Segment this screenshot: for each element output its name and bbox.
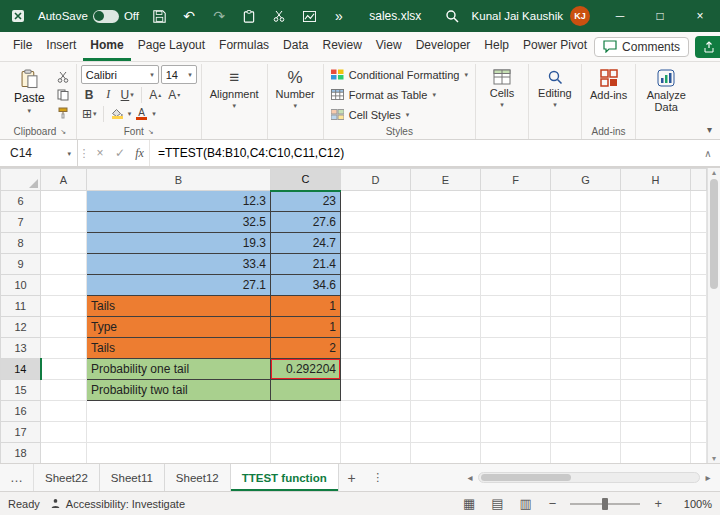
cell-G14[interactable] (551, 359, 621, 380)
cell-F6[interactable] (481, 191, 551, 212)
bold-button[interactable]: B (81, 86, 98, 103)
app-icon[interactable] (8, 6, 28, 26)
cell-G10[interactable] (551, 275, 621, 296)
cell-F17[interactable] (481, 422, 551, 443)
cell-F13[interactable] (481, 338, 551, 359)
cell-D12[interactable] (341, 317, 411, 338)
cell-D11[interactable] (341, 296, 411, 317)
row-header-7[interactable]: 7 (1, 212, 41, 233)
tab-insert[interactable]: Insert (39, 32, 83, 61)
cell-F9[interactable] (481, 254, 551, 275)
row-header-14[interactable]: 14 (1, 359, 41, 380)
cell-E18[interactable] (411, 443, 481, 464)
cells-button[interactable]: Cells ▾ (480, 65, 524, 109)
alignment-button[interactable]: ≡ Alignment ▾ (206, 65, 263, 110)
save-icon[interactable] (149, 6, 169, 26)
collapse-ribbon-icon[interactable]: ▾ (707, 124, 712, 135)
cell-H15[interactable] (621, 380, 691, 401)
share-button[interactable] (695, 36, 720, 58)
cell-D7[interactable] (341, 212, 411, 233)
row-header-18[interactable]: 18 (1, 443, 41, 464)
row-header-8[interactable]: 8 (1, 233, 41, 254)
cell-B11[interactable]: Tails (87, 296, 271, 317)
column-header-D[interactable]: D (341, 169, 411, 191)
cell-G18[interactable] (551, 443, 621, 464)
cell-B9[interactable]: 33.4 (87, 254, 271, 275)
sheet-tab-sheet22[interactable]: Sheet22 (34, 464, 100, 491)
cell-G8[interactable] (551, 233, 621, 254)
column-header-G[interactable]: G (551, 169, 621, 191)
cell-E6[interactable] (411, 191, 481, 212)
cell-H18[interactable] (621, 443, 691, 464)
cell-F16[interactable] (481, 401, 551, 422)
cell-E12[interactable] (411, 317, 481, 338)
cell-A12[interactable] (41, 317, 87, 338)
vertical-scrollbar[interactable]: ▴ ▾ (707, 168, 720, 463)
cell-A10[interactable] (41, 275, 87, 296)
name-box[interactable]: C14 ▾ (0, 140, 78, 166)
cell-E15[interactable] (411, 380, 481, 401)
cell-F15[interactable] (481, 380, 551, 401)
cell-C12[interactable]: 1 (271, 317, 341, 338)
autosave-toggle[interactable]: AutoSave Off (38, 10, 139, 23)
format-as-table-button[interactable]: Format as Table ▾ (328, 85, 439, 104)
row-header-13[interactable]: 13 (1, 338, 41, 359)
scroll-down-icon[interactable]: ▾ (712, 454, 716, 463)
cell-D16[interactable] (341, 401, 411, 422)
cell-B12[interactable]: Type (87, 317, 271, 338)
cell-C18[interactable] (271, 443, 341, 464)
cell-H7[interactable] (621, 212, 691, 233)
page-break-view-button[interactable]: ▥ (517, 496, 535, 511)
cell-A8[interactable] (41, 233, 87, 254)
cell-C15[interactable] (271, 380, 341, 401)
borders-button[interactable]: ⊞▾ (81, 105, 98, 122)
sheet-tab-sheet11[interactable]: Sheet11 (100, 464, 165, 491)
search-icon[interactable] (442, 6, 462, 26)
horizontal-scrollbar[interactable]: ◂ ▸ (458, 464, 720, 491)
row-header-9[interactable]: 9 (1, 254, 41, 275)
cell-H6[interactable] (621, 191, 691, 212)
cell-B7[interactable]: 32.5 (87, 212, 271, 233)
cell-H14[interactable] (621, 359, 691, 380)
row-header-6[interactable]: 6 (1, 191, 41, 212)
cell-A14[interactable] (41, 359, 87, 380)
sheet-options-button[interactable]: ⋮ (365, 464, 391, 491)
cell-H13[interactable] (621, 338, 691, 359)
cell-F14[interactable] (481, 359, 551, 380)
cell-G17[interactable] (551, 422, 621, 443)
cell-D14[interactable] (341, 359, 411, 380)
tab-view[interactable]: View (369, 32, 409, 61)
column-header-F[interactable]: F (481, 169, 551, 191)
cell-G16[interactable] (551, 401, 621, 422)
select-all-corner[interactable] (1, 169, 41, 191)
cell-F8[interactable] (481, 233, 551, 254)
cell-C13[interactable]: 2 (271, 338, 341, 359)
cell-H9[interactable] (621, 254, 691, 275)
copy-button[interactable] (54, 87, 72, 102)
cut-icon[interactable] (269, 6, 289, 26)
name-box-splitter[interactable]: ⋮ (78, 140, 90, 166)
zoom-out-button[interactable]: − (545, 496, 561, 511)
paste-button[interactable]: Paste ▾ (8, 65, 51, 115)
cell-A9[interactable] (41, 254, 87, 275)
horizontal-scrollbar-thumb[interactable] (481, 474, 571, 481)
row-header-16[interactable]: 16 (1, 401, 41, 422)
cell-B16[interactable] (87, 401, 271, 422)
normal-view-button[interactable]: ▦ (460, 496, 478, 511)
cell-B18[interactable] (87, 443, 271, 464)
row-header-15[interactable]: 15 (1, 380, 41, 401)
tab-formulas[interactable]: Formulas (212, 32, 276, 61)
accessibility-status[interactable]: Accessibility: Investigate (50, 498, 185, 510)
cell-F7[interactable] (481, 212, 551, 233)
tab-file[interactable]: File (6, 32, 39, 61)
cell-A11[interactable] (41, 296, 87, 317)
editing-button[interactable]: Editing ▾ (533, 65, 577, 109)
chart-icon[interactable] (299, 6, 319, 26)
cell-H16[interactable] (621, 401, 691, 422)
add-sheet-button[interactable]: + (339, 464, 365, 491)
cell-H17[interactable] (621, 422, 691, 443)
row-header-17[interactable]: 17 (1, 422, 41, 443)
cell-H8[interactable] (621, 233, 691, 254)
cell-B14[interactable]: Probability one tail (87, 359, 271, 380)
tab-power-pivot[interactable]: Power Pivot (516, 32, 594, 61)
